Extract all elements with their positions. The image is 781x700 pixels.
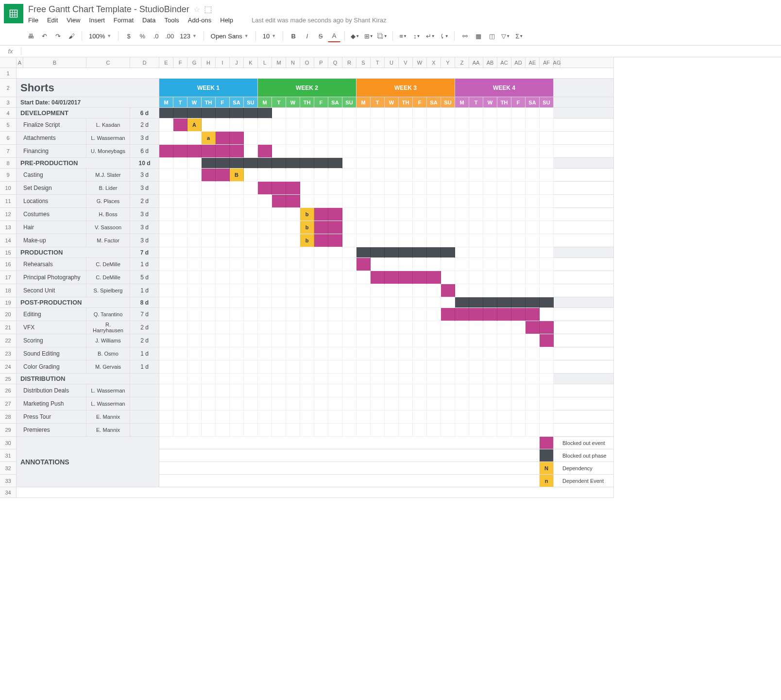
row-header[interactable]: 7 <box>0 145 17 158</box>
gantt-cell[interactable] <box>385 108 399 119</box>
menu-view[interactable]: View <box>67 17 80 24</box>
gantt-cell[interactable] <box>399 297 413 308</box>
menu-format[interactable]: Format <box>114 17 134 24</box>
gantt-cell[interactable] <box>483 195 497 208</box>
gantt-cell[interactable] <box>526 234 540 247</box>
gantt-cell[interactable] <box>230 247 244 258</box>
gantt-cell[interactable] <box>314 410 328 424</box>
gantt-cell[interactable] <box>371 234 385 247</box>
gantt-bar[interactable] <box>540 334 554 347</box>
gantt-cell[interactable] <box>526 195 540 208</box>
gantt-cell[interactable] <box>173 158 187 169</box>
gantt-cell[interactable] <box>483 271 497 284</box>
gantt-cell[interactable] <box>216 360 230 374</box>
gantt-cell[interactable] <box>244 119 258 132</box>
dependency-marker[interactable]: a <box>202 132 216 145</box>
col-header[interactable]: D <box>130 57 159 68</box>
gantt-cell[interactable] <box>526 119 540 132</box>
gantt-cell[interactable] <box>526 271 540 284</box>
gantt-cell[interactable] <box>216 410 230 424</box>
gantt-cell[interactable] <box>272 424 286 437</box>
gantt-cell[interactable] <box>342 169 357 182</box>
menu-file[interactable]: File <box>28 17 38 24</box>
gantt-cell[interactable] <box>483 258 497 271</box>
gantt-cell[interactable] <box>187 360 202 374</box>
menu-insert[interactable]: Insert <box>89 17 105 24</box>
gantt-cell[interactable] <box>455 334 469 347</box>
gantt-cell[interactable] <box>357 208 371 221</box>
gantt-cell[interactable] <box>216 397 230 410</box>
gantt-cell[interactable] <box>173 308 187 321</box>
gantt-cell[interactable] <box>342 297 357 308</box>
gantt-cell[interactable] <box>469 119 483 132</box>
gantt-cell[interactable] <box>187 308 202 321</box>
gantt-bar[interactable] <box>230 145 244 158</box>
gantt-cell[interactable] <box>469 297 483 308</box>
gantt-cell[interactable] <box>511 334 526 347</box>
gantt-cell[interactable] <box>427 208 441 221</box>
gantt-cell[interactable] <box>202 258 216 271</box>
col-header[interactable]: AD <box>511 57 526 68</box>
gantt-cell[interactable] <box>371 145 385 158</box>
gantt-cell[interactable] <box>342 374 357 384</box>
gantt-cell[interactable] <box>216 234 230 247</box>
link-icon[interactable]: ⚯ <box>458 30 471 42</box>
row-header[interactable]: 26 <box>0 384 17 397</box>
gantt-cell[interactable] <box>272 297 286 308</box>
gantt-cell[interactable] <box>511 247 526 258</box>
functions-icon[interactable]: Σ▼ <box>513 30 526 42</box>
gantt-bar[interactable] <box>328 221 342 234</box>
gantt-cell[interactable] <box>357 308 371 321</box>
menu-edit[interactable]: Edit <box>47 17 58 24</box>
row-header[interactable]: 24 <box>0 360 17 374</box>
gantt-cell[interactable] <box>187 195 202 208</box>
gantt-bar[interactable] <box>526 321 540 334</box>
gantt-cell[interactable] <box>244 384 258 397</box>
gantt-cell[interactable] <box>511 284 526 297</box>
gantt-cell[interactable] <box>230 182 244 195</box>
dependency-marker[interactable]: A <box>187 119 202 132</box>
gantt-cell[interactable] <box>216 208 230 221</box>
gantt-cell[interactable] <box>216 158 230 169</box>
gantt-cell[interactable] <box>540 410 554 424</box>
gantt-cell[interactable] <box>497 195 511 208</box>
gantt-cell[interactable] <box>272 208 286 221</box>
gantt-cell[interactable] <box>497 108 511 119</box>
gantt-cell[interactable] <box>455 360 469 374</box>
gantt-cell[interactable] <box>413 410 427 424</box>
gantt-cell[interactable] <box>272 308 286 321</box>
gantt-cell[interactable] <box>455 158 469 169</box>
gantt-cell[interactable] <box>483 234 497 247</box>
gantt-cell[interactable] <box>540 308 554 321</box>
gantt-cell[interactable] <box>300 397 314 410</box>
gantt-cell[interactable] <box>469 208 483 221</box>
star-icon[interactable]: ☆ <box>193 5 200 14</box>
gantt-cell[interactable] <box>526 374 540 384</box>
col-header[interactable]: N <box>286 57 300 68</box>
gantt-cell[interactable] <box>187 397 202 410</box>
col-header[interactable]: Z <box>455 57 469 68</box>
gantt-cell[interactable] <box>328 271 342 284</box>
gantt-cell[interactable] <box>427 397 441 410</box>
gantt-cell[interactable] <box>202 360 216 374</box>
gantt-cell[interactable] <box>230 208 244 221</box>
gantt-cell[interactable] <box>258 360 272 374</box>
gantt-cell[interactable] <box>342 221 357 234</box>
gantt-cell[interactable] <box>230 195 244 208</box>
gantt-cell[interactable] <box>159 169 173 182</box>
gantt-cell[interactable] <box>300 145 314 158</box>
gantt-cell[interactable] <box>357 284 371 297</box>
gantt-cell[interactable] <box>357 132 371 145</box>
row-header[interactable]: 2 <box>0 79 17 97</box>
gantt-cell[interactable] <box>272 169 286 182</box>
gantt-cell[interactable] <box>526 258 540 271</box>
row-header[interactable]: 12 <box>0 208 17 221</box>
gantt-cell[interactable] <box>300 360 314 374</box>
gantt-cell[interactable] <box>314 321 328 334</box>
col-header[interactable]: T <box>371 57 385 68</box>
gantt-cell[interactable] <box>385 384 399 397</box>
gantt-cell[interactable] <box>244 321 258 334</box>
gantt-cell[interactable] <box>385 308 399 321</box>
doc-title[interactable]: Free Gantt Chart Template - StudioBinder <box>28 4 189 15</box>
gantt-cell[interactable] <box>300 182 314 195</box>
